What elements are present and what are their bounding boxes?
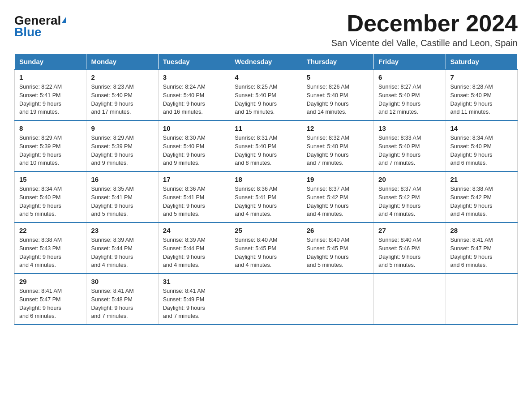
calendar-day-cell: 23Sunrise: 8:39 AM Sunset: 5:44 PM Dayli…: [86, 223, 158, 274]
calendar-day-cell: 7Sunrise: 8:28 AM Sunset: 5:40 PM Daylig…: [446, 69, 517, 120]
weekday-header-row: SundayMondayTuesdayWednesdayThursdayFrid…: [15, 54, 518, 70]
day-info: Sunrise: 8:23 AM Sunset: 5:40 PM Dayligh…: [91, 83, 153, 116]
day-number: 1: [19, 73, 82, 81]
calendar-week-row: 15Sunrise: 8:34 AM Sunset: 5:40 PM Dayli…: [15, 171, 518, 223]
day-info: Sunrise: 8:28 AM Sunset: 5:40 PM Dayligh…: [450, 83, 513, 116]
calendar-day-cell: 22Sunrise: 8:38 AM Sunset: 5:43 PM Dayli…: [15, 223, 86, 274]
logo: General Blue: [14, 14, 66, 39]
day-number: 10: [163, 124, 225, 132]
day-info: Sunrise: 8:39 AM Sunset: 5:44 PM Dayligh…: [91, 236, 153, 270]
day-info: Sunrise: 8:40 AM Sunset: 5:45 PM Dayligh…: [235, 236, 297, 270]
calendar-header: SundayMondayTuesdayWednesdayThursdayFrid…: [15, 54, 518, 70]
day-info: Sunrise: 8:40 AM Sunset: 5:46 PM Dayligh…: [378, 236, 441, 270]
day-number: 26: [307, 227, 369, 234]
weekday-header-saturday: Saturday: [446, 54, 517, 70]
day-info: Sunrise: 8:32 AM Sunset: 5:40 PM Dayligh…: [307, 134, 369, 167]
day-info: Sunrise: 8:41 AM Sunset: 5:47 PM Dayligh…: [19, 287, 82, 321]
day-info: Sunrise: 8:41 AM Sunset: 5:47 PM Dayligh…: [450, 236, 513, 270]
day-number: 13: [378, 124, 441, 132]
day-info: Sunrise: 8:35 AM Sunset: 5:41 PM Dayligh…: [91, 185, 153, 218]
day-info: Sunrise: 8:27 AM Sunset: 5:40 PM Dayligh…: [378, 83, 441, 116]
day-number: 31: [163, 278, 225, 285]
calendar-day-cell: [374, 274, 446, 325]
calendar-day-cell: 26Sunrise: 8:40 AM Sunset: 5:45 PM Dayli…: [302, 223, 373, 274]
day-number: 17: [163, 176, 225, 183]
day-number: 27: [378, 227, 441, 234]
calendar-week-row: 8Sunrise: 8:29 AM Sunset: 5:39 PM Daylig…: [15, 120, 518, 171]
day-number: 20: [378, 176, 441, 183]
calendar-day-cell: 25Sunrise: 8:40 AM Sunset: 5:45 PM Dayli…: [230, 223, 302, 274]
logo-triangle-icon: [62, 17, 66, 23]
calendar-day-cell: 16Sunrise: 8:35 AM Sunset: 5:41 PM Dayli…: [86, 171, 158, 223]
day-number: 25: [235, 227, 297, 234]
calendar-day-cell: 12Sunrise: 8:32 AM Sunset: 5:40 PM Dayli…: [302, 120, 373, 171]
day-info: Sunrise: 8:41 AM Sunset: 5:48 PM Dayligh…: [91, 287, 153, 321]
calendar-day-cell: [230, 274, 302, 325]
calendar-week-row: 22Sunrise: 8:38 AM Sunset: 5:43 PM Dayli…: [15, 223, 518, 274]
weekday-header-monday: Monday: [86, 54, 158, 70]
day-number: 29: [19, 278, 82, 285]
day-number: 16: [91, 176, 153, 183]
day-info: Sunrise: 8:33 AM Sunset: 5:40 PM Dayligh…: [378, 134, 441, 167]
day-info: Sunrise: 8:40 AM Sunset: 5:45 PM Dayligh…: [307, 236, 369, 270]
day-info: Sunrise: 8:34 AM Sunset: 5:40 PM Dayligh…: [450, 134, 513, 167]
calendar-day-cell: 1Sunrise: 8:22 AM Sunset: 5:41 PM Daylig…: [15, 69, 86, 120]
calendar-day-cell: 29Sunrise: 8:41 AM Sunset: 5:47 PM Dayli…: [15, 274, 86, 325]
title-block: December 2024 San Vicente del Valle, Cas…: [331, 11, 518, 48]
calendar-day-cell: 13Sunrise: 8:33 AM Sunset: 5:40 PM Dayli…: [374, 120, 446, 171]
day-info: Sunrise: 8:34 AM Sunset: 5:40 PM Dayligh…: [19, 185, 82, 218]
calendar-day-cell: 24Sunrise: 8:39 AM Sunset: 5:44 PM Dayli…: [158, 223, 230, 274]
calendar-day-cell: 20Sunrise: 8:37 AM Sunset: 5:42 PM Dayli…: [374, 171, 446, 223]
day-number: 18: [235, 176, 297, 183]
day-info: Sunrise: 8:38 AM Sunset: 5:42 PM Dayligh…: [450, 185, 513, 218]
page-header: General Blue December 2024 San Vicente d…: [14, 11, 518, 48]
weekday-header-wednesday: Wednesday: [230, 54, 302, 70]
calendar-day-cell: 17Sunrise: 8:36 AM Sunset: 5:41 PM Dayli…: [158, 171, 230, 223]
calendar-day-cell: [446, 274, 517, 325]
calendar-day-cell: 27Sunrise: 8:40 AM Sunset: 5:46 PM Dayli…: [374, 223, 446, 274]
calendar-day-cell: 28Sunrise: 8:41 AM Sunset: 5:47 PM Dayli…: [446, 223, 517, 274]
calendar-table: SundayMondayTuesdayWednesdayThursdayFrid…: [14, 54, 518, 325]
day-info: Sunrise: 8:29 AM Sunset: 5:39 PM Dayligh…: [91, 134, 153, 167]
calendar-day-cell: 2Sunrise: 8:23 AM Sunset: 5:40 PM Daylig…: [86, 69, 158, 120]
day-number: 2: [91, 73, 153, 81]
day-info: Sunrise: 8:36 AM Sunset: 5:41 PM Dayligh…: [163, 185, 225, 218]
day-number: 28: [450, 227, 513, 234]
weekday-header-sunday: Sunday: [15, 54, 86, 70]
calendar-day-cell: 9Sunrise: 8:29 AM Sunset: 5:39 PM Daylig…: [86, 120, 158, 171]
day-number: 21: [450, 176, 513, 183]
calendar-day-cell: 14Sunrise: 8:34 AM Sunset: 5:40 PM Dayli…: [446, 120, 517, 171]
day-number: 12: [307, 124, 369, 132]
calendar-day-cell: [302, 274, 373, 325]
day-info: Sunrise: 8:37 AM Sunset: 5:42 PM Dayligh…: [378, 185, 441, 218]
calendar-day-cell: 5Sunrise: 8:26 AM Sunset: 5:40 PM Daylig…: [302, 69, 373, 120]
day-info: Sunrise: 8:36 AM Sunset: 5:41 PM Dayligh…: [235, 185, 297, 218]
logo-blue: Blue: [14, 26, 42, 39]
day-info: Sunrise: 8:38 AM Sunset: 5:43 PM Dayligh…: [19, 236, 82, 270]
day-info: Sunrise: 8:31 AM Sunset: 5:40 PM Dayligh…: [235, 134, 297, 167]
month-title: December 2024: [331, 11, 518, 36]
day-number: 8: [19, 124, 82, 132]
weekday-header-thursday: Thursday: [302, 54, 373, 70]
day-number: 11: [235, 124, 297, 132]
day-number: 22: [19, 227, 82, 234]
day-info: Sunrise: 8:26 AM Sunset: 5:40 PM Dayligh…: [307, 83, 369, 116]
day-info: Sunrise: 8:22 AM Sunset: 5:41 PM Dayligh…: [19, 83, 82, 116]
day-number: 5: [307, 73, 369, 81]
weekday-header-friday: Friday: [374, 54, 446, 70]
calendar-day-cell: 19Sunrise: 8:37 AM Sunset: 5:42 PM Dayli…: [302, 171, 373, 223]
calendar-day-cell: 8Sunrise: 8:29 AM Sunset: 5:39 PM Daylig…: [15, 120, 86, 171]
day-info: Sunrise: 8:25 AM Sunset: 5:40 PM Dayligh…: [235, 83, 297, 116]
day-number: 30: [91, 278, 153, 285]
calendar-day-cell: 15Sunrise: 8:34 AM Sunset: 5:40 PM Dayli…: [15, 171, 86, 223]
day-info: Sunrise: 8:39 AM Sunset: 5:44 PM Dayligh…: [163, 236, 225, 270]
day-info: Sunrise: 8:37 AM Sunset: 5:42 PM Dayligh…: [307, 185, 369, 218]
day-info: Sunrise: 8:30 AM Sunset: 5:40 PM Dayligh…: [163, 134, 225, 167]
calendar-week-row: 29Sunrise: 8:41 AM Sunset: 5:47 PM Dayli…: [15, 274, 518, 325]
location-subtitle: San Vicente del Valle, Castille and Leon…: [331, 38, 518, 48]
day-number: 15: [19, 176, 82, 183]
calendar-day-cell: 18Sunrise: 8:36 AM Sunset: 5:41 PM Dayli…: [230, 171, 302, 223]
day-info: Sunrise: 8:29 AM Sunset: 5:39 PM Dayligh…: [19, 134, 82, 167]
weekday-header-tuesday: Tuesday: [158, 54, 230, 70]
calendar-day-cell: 11Sunrise: 8:31 AM Sunset: 5:40 PM Dayli…: [230, 120, 302, 171]
